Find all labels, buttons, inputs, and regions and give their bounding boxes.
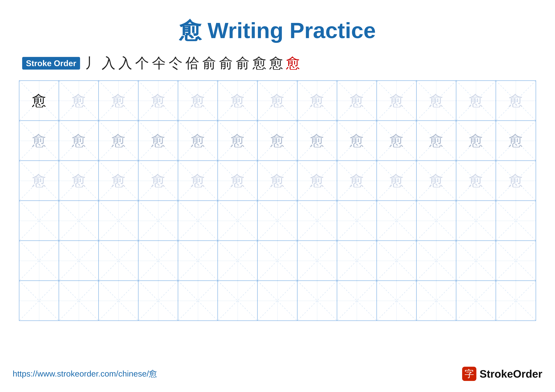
grid-cell[interactable] [456,241,496,280]
grid-cell[interactable]: 愈 [99,81,139,121]
grid-cell[interactable]: 愈 [19,121,59,161]
grid-cell[interactable] [337,281,377,321]
grid-cell[interactable]: 愈 [297,121,337,161]
grid-cell[interactable]: 愈 [139,121,178,161]
grid-cell[interactable]: 愈 [377,161,416,200]
grid-cell[interactable]: 愈 [456,121,496,161]
grid-cell[interactable] [416,241,456,280]
grid-cell[interactable] [19,241,59,280]
grid-cell[interactable]: 愈 [218,121,258,161]
svg-line-148 [377,281,416,321]
grid-cell[interactable] [337,241,377,280]
grid-cell[interactable]: 愈 [416,161,456,200]
grid-cell[interactable] [496,241,536,280]
grid-cell[interactable] [178,281,218,321]
grid-cell[interactable]: 愈 [178,161,218,200]
grid-cell[interactable] [258,201,297,241]
practice-char: 愈 [231,174,245,188]
grid-cell[interactable]: 愈 [19,81,59,121]
grid-cell[interactable] [496,201,536,241]
svg-line-135 [99,281,138,321]
svg-line-121 [337,241,377,280]
grid-cell[interactable]: 愈 [258,81,297,121]
grid-cell[interactable] [19,281,59,321]
grid-cell[interactable] [297,241,337,280]
grid-cell[interactable]: 愈 [139,161,178,200]
stroke-12: 愈 [269,54,283,73]
grid-cell[interactable] [59,241,99,280]
svg-line-116 [258,241,297,280]
svg-line-83 [99,201,138,241]
stroke-order-badge: Stroke Order [22,57,80,70]
grid-cell[interactable]: 愈 [496,121,536,161]
grid-cell[interactable] [456,201,496,241]
practice-char: 愈 [231,94,245,108]
grid-cell[interactable] [416,281,456,321]
grid-cell[interactable]: 愈 [59,121,99,161]
grid-cell[interactable]: 愈 [416,121,456,161]
grid-cell[interactable] [99,201,139,241]
grid-cell[interactable] [99,241,139,280]
grid-cell[interactable]: 愈 [19,161,59,200]
grid-cell[interactable]: 愈 [416,81,456,121]
grid-cell[interactable] [139,281,178,321]
grid-cell[interactable]: 愈 [297,81,337,121]
grid-cell[interactable] [258,241,297,280]
grid-cell[interactable]: 愈 [377,81,416,121]
grid-cell[interactable] [297,201,337,241]
footer-url[interactable]: https://www.strokeorder.com/chinese/愈 [13,368,157,379]
grid-cell[interactable]: 愈 [258,121,297,161]
svg-line-143 [258,281,297,321]
grid-cell[interactable] [337,201,377,241]
practice-char: 愈 [270,94,285,108]
grid-cell[interactable] [218,241,258,280]
grid-cell[interactable]: 愈 [456,161,496,200]
grid-cell[interactable] [178,201,218,241]
grid-cell[interactable]: 愈 [337,81,377,121]
grid-cell[interactable]: 愈 [99,121,139,161]
svg-line-113 [178,241,218,280]
practice-char: 愈 [72,174,86,188]
grid-cell[interactable] [59,201,99,241]
grid-cell[interactable] [139,201,178,241]
grid-cell[interactable] [99,281,139,321]
grid-cell[interactable] [377,281,416,321]
grid-cell[interactable] [377,241,416,280]
grid-cell[interactable]: 愈 [178,121,218,161]
grid-cell[interactable]: 愈 [377,121,416,161]
grid-cell[interactable]: 愈 [99,161,139,200]
grid-cell[interactable]: 愈 [496,81,536,121]
grid-cell[interactable] [496,281,536,321]
grid-cell[interactable]: 愈 [218,81,258,121]
svg-line-87 [178,201,218,241]
page: 愈 Writing Practice Stroke Order 丿 入 入 个 … [0,0,555,392]
practice-char: 愈 [270,134,285,148]
grid-cell[interactable]: 愈 [496,161,536,200]
grid-cell[interactable]: 愈 [258,161,297,200]
grid-cell[interactable]: 愈 [59,81,99,121]
svg-line-138 [178,281,218,321]
grid-cell[interactable] [218,201,258,241]
grid-cell[interactable]: 愈 [337,161,377,200]
grid-cell[interactable]: 愈 [218,161,258,200]
grid-cell[interactable]: 愈 [139,81,178,121]
grid-cell[interactable] [218,281,258,321]
grid-cell[interactable] [59,281,99,321]
grid-cell[interactable] [258,281,297,321]
stroke-6: 仒 [169,54,183,73]
grid-cell[interactable] [416,201,456,241]
grid-cell[interactable]: 愈 [297,161,337,200]
grid-cell[interactable] [178,241,218,280]
practice-char: 愈 [72,134,86,148]
svg-line-109 [99,241,138,280]
grid-cell[interactable] [377,201,416,241]
grid-cell[interactable] [19,201,59,241]
grid-cell[interactable] [456,281,496,321]
svg-line-137 [139,281,178,321]
grid-cell[interactable]: 愈 [59,161,99,200]
grid-cell[interactable]: 愈 [456,81,496,121]
grid-cell[interactable] [139,241,178,280]
grid-cell[interactable]: 愈 [337,121,377,161]
grid-cell[interactable]: 愈 [178,81,218,121]
grid-cell[interactable] [297,281,337,321]
